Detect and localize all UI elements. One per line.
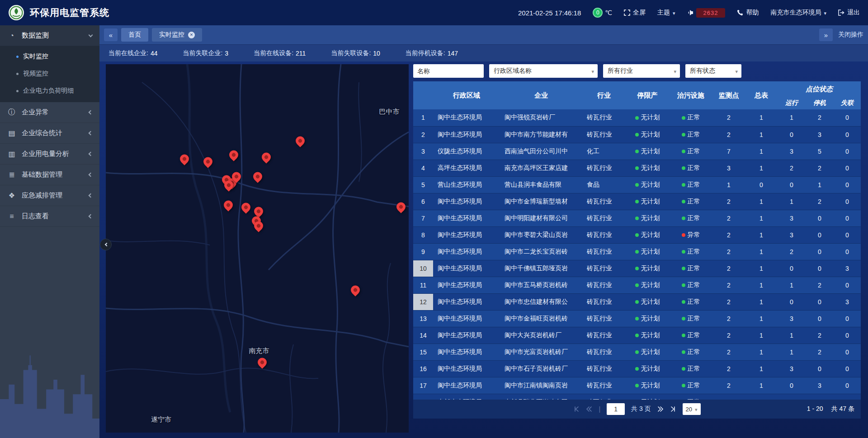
row-running-count: 0 <box>778 293 806 310</box>
row-limit-status: 无计划 <box>626 377 669 394</box>
row-stopped-count: 2 <box>806 160 834 176</box>
row-limit-status: 无计划 <box>626 344 669 360</box>
region-filter-select[interactable]: 行政区域名称 <box>489 64 598 78</box>
row-monitor-points: 2 <box>712 394 745 400</box>
table-row[interactable]: 2 阆中生态环境局 阆中市南方节能建材有 砖瓦行业 无计划 正常 2 1 0 3… <box>413 126 861 143</box>
status-dot-icon <box>682 267 685 270</box>
table-row[interactable]: 3 仪陇生态环境局 西南油气田分公司川中 化工 无计划 正常 7 1 3 5 0 <box>413 143 861 160</box>
table-row[interactable]: 7 阆中生态环境局 阆中明阳建材有限公司 砖瓦行业 无计划 正常 2 1 3 0… <box>413 210 861 226</box>
table-row[interactable]: 18 南部生态环境局 南部县瑞华页岩砖有限 砖瓦行业 无计划 正常 2 1 0 … <box>413 394 861 400</box>
column-header-point-status: 点位状态 <box>778 81 861 97</box>
row-stopped-count: 2 <box>806 327 834 344</box>
row-industry: 砖瓦行业 <box>582 327 626 344</box>
sidebar-item[interactable]: ≣ 基础数据管理 <box>0 165 99 185</box>
fullscreen-icon <box>624 9 630 16</box>
first-page-button[interactable] <box>573 406 580 412</box>
map-pin-icon[interactable] <box>394 201 407 213</box>
row-stopped-count: 2 <box>806 277 834 293</box>
sidebar-item[interactable]: ▤ 企业综合统计 <box>0 123 99 144</box>
chevron-icon <box>89 214 93 219</box>
map-pin-icon[interactable] <box>294 134 307 147</box>
map-pin-icon[interactable] <box>227 149 240 161</box>
fullscreen-button[interactable]: 全屏 <box>624 9 646 17</box>
row-monitor-points: 2 <box>712 226 745 243</box>
row-monitor-points: 2 <box>712 344 745 360</box>
page-number-input[interactable] <box>607 403 625 415</box>
industry-filter-select[interactable]: 所有行业 <box>603 64 680 78</box>
phone-icon <box>737 9 743 16</box>
tab-realtime-monitor[interactable]: 实时监控 <box>152 28 202 42</box>
sidebar-item[interactable]: ▥ 企业用电量分析 <box>0 144 99 165</box>
table-row[interactable]: 14 阆中生态环境局 阆中大兴页岩机砖厂 砖瓦行业 无计划 正常 2 1 1 2… <box>413 327 861 344</box>
sidebar-item[interactable]: ❖ 应急减排管理 <box>0 185 99 206</box>
map-pin-icon[interactable] <box>178 152 190 165</box>
sidebar-subitem[interactable]: 企业电力负荷明细 <box>0 82 99 99</box>
next-page-button[interactable] <box>657 406 664 412</box>
row-monitor-points: 2 <box>712 243 745 260</box>
table-row[interactable]: 13 阆中生态环境局 阆中市金福旺页岩机砖 砖瓦行业 无计划 正常 2 1 3 … <box>413 310 861 327</box>
table-row[interactable]: 5 营山生态环境局 营山县润丰食品有限 食品 无计划 正常 1 0 0 1 0 <box>413 176 861 193</box>
row-facility-status: 正常 <box>669 210 712 226</box>
table-row[interactable]: 15 阆中生态环境局 阆中市光富页岩机砖厂 砖瓦行业 无计划 正常 2 1 1 … <box>413 344 861 360</box>
table-row[interactable]: 1 阆中生态环境局 阆中强锐页岩砖厂 砖瓦行业 无计划 正常 2 1 1 2 0 <box>413 109 861 126</box>
map-pin-icon[interactable] <box>222 199 235 212</box>
tabs-scroll-left-button[interactable] <box>104 28 118 41</box>
table-row[interactable]: 4 高坪生态环境局 南充市高坪区王家店建 砖瓦行业 无计划 正常 3 1 2 2… <box>413 160 861 176</box>
row-company: 营山县润丰食品有限 <box>500 176 582 193</box>
page-size-select[interactable]: 20 <box>683 403 701 415</box>
status-dot-icon <box>635 300 639 304</box>
table-row[interactable]: 16 阆中生态环境局 阆中市石子页岩机砖厂 砖瓦行业 无计划 正常 2 1 3 … <box>413 360 861 377</box>
sidebar-item[interactable]: ≡ 日志查看 <box>0 206 99 227</box>
tabs-scroll-right-button[interactable] <box>819 28 833 41</box>
map-pin-icon[interactable] <box>252 205 265 218</box>
sidebar-item[interactable]: ◔ 数据监测 <box>0 25 99 46</box>
map-pin-icon[interactable] <box>349 283 362 296</box>
row-offline-count: 0 <box>834 109 861 126</box>
map-pin-icon[interactable] <box>202 155 214 168</box>
logout-button[interactable]: 退出 <box>838 9 860 17</box>
help-button[interactable]: 帮助 <box>737 9 759 17</box>
database-icon: ≣ <box>7 170 16 179</box>
table-row[interactable]: 9 阆中生态环境局 阆中市二龙长宝页岩砖 砖瓦行业 无计划 正常 2 1 2 0… <box>413 243 861 260</box>
name-filter-input[interactable] <box>413 64 484 78</box>
status-filter-select[interactable]: 所有状态 <box>685 64 741 78</box>
app-logo <box>8 5 24 21</box>
org-menu[interactable]: 南充市生态环境局 <box>770 9 826 17</box>
row-region: 阆中生态环境局 <box>433 109 500 126</box>
sidebar-subitem[interactable]: 视频监控 <box>0 65 99 82</box>
sidebar-subitem[interactable]: 实时监控 <box>0 48 99 65</box>
row-running-count: 0 <box>778 126 806 143</box>
map-pin-icon[interactable] <box>251 170 264 183</box>
table-row[interactable]: 8 阆中生态环境局 阆中市枣碧大梁山页岩 砖瓦行业 无计划 异常 2 1 3 0… <box>413 226 861 243</box>
tab-home[interactable]: 首页 <box>121 28 148 42</box>
prev-page-button[interactable] <box>586 406 592 412</box>
row-monitor-points: 2 <box>712 293 745 310</box>
chevron-down-icon <box>674 67 676 75</box>
map-pin-icon[interactable] <box>260 151 273 164</box>
row-stopped-count: 0 <box>806 260 834 277</box>
map-collapse-button[interactable] <box>100 239 112 250</box>
close-tab-icon[interactable] <box>188 32 195 38</box>
map-panel[interactable]: 巴中市南充市遂宁市 <box>106 64 409 433</box>
chevron-icon <box>89 33 93 37</box>
theme-label: 主题 <box>657 9 670 17</box>
column-header-limit: 停限产 <box>626 81 669 109</box>
status-dot-icon <box>635 267 639 270</box>
map-pin-icon[interactable] <box>256 356 269 369</box>
topbar-right: 2021-02-25 17:46:18 0 ℃ 全屏 主题 263 <box>518 8 860 18</box>
sidebar-item[interactable]: ⓘ 企业异常 <box>0 102 99 123</box>
table-row[interactable]: 11 阆中生态环境局 阆中市五马桥页岩机砖 砖瓦行业 无计划 正常 2 1 1 … <box>413 277 861 293</box>
theme-menu[interactable]: 主题 <box>657 9 675 17</box>
tab-label: 实时监控 <box>159 31 184 39</box>
table-row[interactable]: 17 阆中生态环境局 阆中市江南镇阆南页岩 砖瓦行业 无计划 正常 2 1 0 … <box>413 377 861 394</box>
table-row[interactable]: 10 阆中生态环境局 阆中千佛镇五郎垭页岩 砖瓦行业 无计划 正常 2 1 0 … <box>413 260 861 277</box>
row-running-count: 1 <box>778 109 806 126</box>
map-pin-icon[interactable] <box>240 201 252 214</box>
announcement[interactable]: 2632 <box>687 8 726 18</box>
row-stopped-count: 0 <box>806 210 834 226</box>
row-region: 高坪生态环境局 <box>433 160 500 176</box>
close-operations-button[interactable]: 关闭操作 <box>838 31 863 39</box>
table-row[interactable]: 6 阆中生态环境局 阆中市金博瑞新型墙材 砖瓦行业 无计划 正常 2 1 1 2… <box>413 193 861 210</box>
table-row[interactable]: 12 阆中生态环境局 阆中市忠信建材有限公 砖瓦行业 无计划 正常 2 1 0 … <box>413 293 861 310</box>
last-page-button[interactable] <box>670 406 676 412</box>
